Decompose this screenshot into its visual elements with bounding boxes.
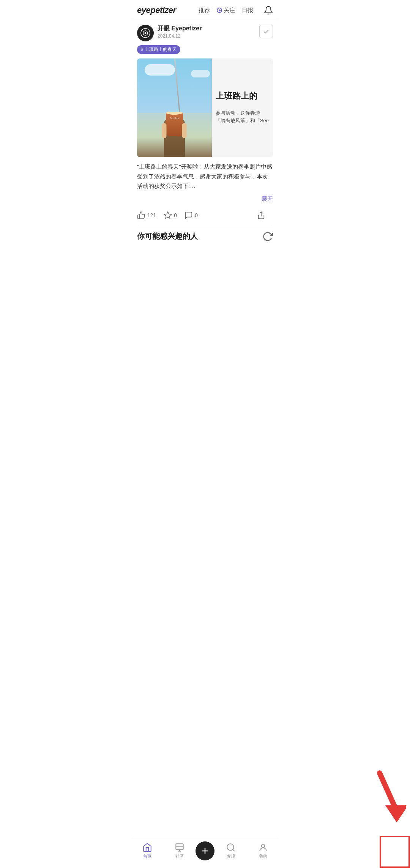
bell-icon[interactable]	[264, 6, 273, 15]
like-button[interactable]: 121	[137, 211, 156, 219]
share-button[interactable]	[257, 211, 265, 219]
content-image[interactable]: SeeSaw 上班路上的 参与活动，送你春游「躺岛放风筝」和「See	[137, 58, 273, 157]
card-date: 2021.04.12	[158, 33, 259, 39]
nav-tab-follow[interactable]: 关注	[217, 7, 235, 14]
app-logo: eyepetizer	[137, 5, 199, 15]
card-author: 开眼 Eyepetizer	[158, 25, 259, 33]
post-card: 开眼 Eyepetizer 2021.04.12 # 上班路上的春天	[131, 19, 279, 225]
nav-tab-daily[interactable]: 日报	[242, 7, 253, 14]
image-right: 上班路上的 参与活动，送你春游「躺岛放风筝」和「See	[212, 58, 273, 157]
nav-tabs: 推荐 关注 日报	[199, 6, 273, 15]
refresh-button[interactable]	[262, 231, 273, 242]
comment-button[interactable]: 0	[184, 211, 198, 219]
app-header: eyepetizer 推荐 关注 日报	[131, 0, 279, 19]
svg-marker-3	[164, 211, 171, 218]
image-right-title: 上班路上的	[216, 91, 269, 102]
avatar[interactable]	[137, 25, 154, 41]
card-meta: 开眼 Eyepetizer 2021.04.12	[158, 25, 259, 39]
nav-tab-recommend[interactable]: 推荐	[199, 7, 210, 14]
comment-count: 0	[195, 212, 198, 218]
follow-dot-icon	[217, 8, 222, 13]
svg-point-2	[145, 32, 147, 34]
star-button[interactable]: 0	[164, 211, 177, 219]
suggestions-title: 你可能感兴趣的人	[137, 231, 198, 241]
like-count: 121	[147, 212, 156, 218]
expand-button[interactable]: 展开	[137, 196, 273, 203]
actions-row: 121 0 0	[137, 207, 273, 225]
star-count: 0	[174, 212, 177, 218]
image-left: SeeSaw	[137, 58, 212, 157]
card-header: 开眼 Eyepetizer 2021.04.12	[137, 25, 273, 41]
suggestions-section: 你可能感兴趣的人	[131, 225, 279, 242]
suggestions-header: 你可能感兴趣的人	[137, 231, 273, 242]
image-right-desc: 参与活动，送你春游「躺岛放风筝」和「See	[216, 109, 269, 125]
post-tag[interactable]: # 上班路上的春天	[137, 45, 180, 54]
check-button[interactable]	[259, 25, 273, 38]
tag-row: # 上班路上的春天	[137, 45, 273, 54]
article-body: "上班路上的春天"开奖啦！从大家发送的春季照片中感受到了浓烈的春季气息，感谢大家…	[137, 162, 273, 193]
